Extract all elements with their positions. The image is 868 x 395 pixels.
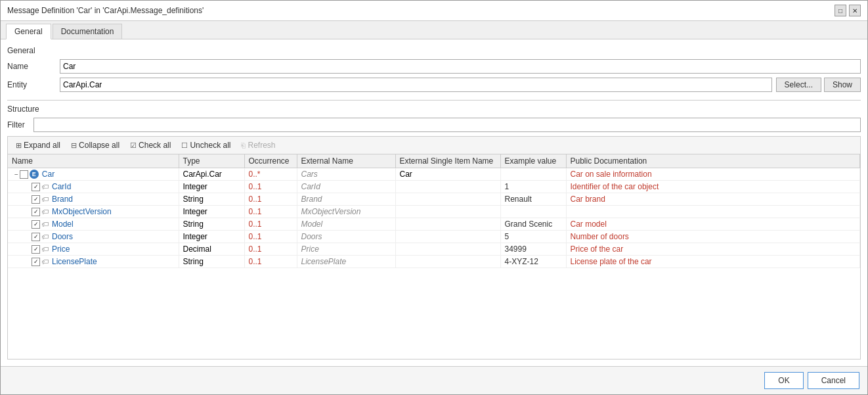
refresh-button[interactable]: ⎗ Refresh	[237, 139, 279, 151]
col-name: Name	[8, 154, 179, 168]
close-button[interactable]: ✕	[849, 5, 861, 16]
row-checkbox[interactable]	[32, 195, 40, 204]
type-cell: Integer	[179, 181, 244, 193]
collapse-all-icon: ⊟	[71, 141, 77, 150]
external-name-cell: Brand	[297, 193, 395, 206]
entity-label: Entity	[7, 80, 60, 89]
select-button[interactable]: Select...	[776, 78, 821, 92]
minimize-button[interactable]: □	[835, 5, 846, 16]
occurrence-cell: 0..1	[244, 243, 297, 256]
title-bar: Message Definition 'Car' in 'CarApi.Mess…	[1, 1, 867, 21]
type-cell: Integer	[179, 231, 244, 243]
table-row[interactable]: 🏷MxObjectVersionInteger0..1MxObjectVersi…	[8, 206, 860, 218]
expand-icon[interactable]: −	[14, 171, 18, 178]
name-cell: 🏷Model	[8, 218, 179, 231]
expand-all-icon: ⊞	[16, 141, 22, 150]
ok-button[interactable]: OK	[764, 372, 803, 389]
tab-documentation[interactable]: Documentation	[53, 24, 123, 39]
external-single-cell	[395, 218, 500, 231]
structure-label: Structure	[7, 105, 861, 114]
occurrence-cell: 0..1	[244, 206, 297, 218]
table-row[interactable]: −ECarCarApi.Car0..*CarsCarCar on sale in…	[8, 168, 860, 181]
row-checkbox[interactable]	[32, 258, 40, 266]
entity-badge: E	[30, 170, 39, 179]
col-doc: Public Documentation	[566, 154, 860, 168]
row-checkbox[interactable]	[32, 183, 40, 191]
row-checkbox[interactable]	[32, 245, 40, 254]
entity-input[interactable]	[60, 78, 772, 92]
external-name-cell: Price	[297, 243, 395, 256]
external-single-cell: Car	[395, 168, 500, 181]
name-cell: 🏷Doors	[8, 231, 179, 243]
external-single-cell	[395, 243, 500, 256]
example-cell	[500, 168, 566, 181]
title-buttons: □ ✕	[835, 5, 861, 16]
doc-cell: Car on sale information	[566, 168, 860, 181]
external-single-cell	[395, 206, 500, 218]
col-type: Type	[179, 154, 244, 168]
check-all-button[interactable]: ☑ Check all	[126, 139, 175, 151]
tag-icon: 🏷	[41, 220, 49, 228]
show-button[interactable]: Show	[824, 78, 861, 92]
type-cell: Integer	[179, 206, 244, 218]
table-row[interactable]: 🏷ModelString0..1ModelGrand ScenicCar mod…	[8, 218, 860, 231]
filter-input[interactable]	[33, 118, 861, 132]
occurrence-cell: 0..1	[244, 193, 297, 206]
row-checkbox[interactable]	[32, 233, 40, 241]
row-checkbox[interactable]	[20, 170, 28, 179]
row-name: Model	[52, 220, 74, 229]
col-external-single: External Single Item Name	[395, 154, 500, 168]
row-checkbox[interactable]	[32, 208, 40, 216]
occurrence-cell: 0..1	[244, 181, 297, 193]
entity-row: Entity Select... Show	[7, 78, 861, 92]
entity-buttons: Select... Show	[776, 78, 861, 92]
external-name-cell: Cars	[297, 168, 395, 181]
occurrence-cell: 0..*	[244, 168, 297, 181]
uncheck-all-button[interactable]: ☐ Uncheck all	[177, 139, 234, 151]
example-cell: Grand Scenic	[500, 218, 566, 231]
name-input[interactable]	[60, 59, 861, 74]
example-cell: 1	[500, 181, 566, 193]
tag-icon: 🏷	[41, 208, 49, 216]
divider-1	[7, 100, 861, 101]
table-row[interactable]: 🏷CarIdInteger0..1CarId1Identifier of the…	[8, 181, 860, 193]
tag-icon: 🏷	[41, 245, 49, 253]
tab-general[interactable]: General	[6, 24, 51, 39]
uncheck-all-icon: ☐	[181, 141, 188, 150]
tag-icon: 🏷	[41, 233, 49, 241]
external-single-cell	[395, 181, 500, 193]
row-name: CarId	[52, 182, 71, 191]
structure-toolbar: ⊞ Expand all ⊟ Collapse all ☑ Check all …	[7, 136, 861, 154]
occurrence-cell: 0..1	[244, 218, 297, 231]
external-name-cell: MxObjectVersion	[297, 206, 395, 218]
example-cell	[500, 206, 566, 218]
doc-cell: Car brand	[566, 193, 860, 206]
doc-cell: Price of the car	[566, 243, 860, 256]
collapse-all-button[interactable]: ⊟ Collapse all	[67, 139, 123, 151]
external-name-cell: CarId	[297, 181, 395, 193]
refresh-icon: ⎗	[241, 141, 246, 149]
table-row[interactable]: 🏷DoorsInteger0..1Doors5Number of doors	[8, 231, 860, 243]
tree-table: Name Type Occurrence External Name Exter…	[7, 154, 861, 360]
external-single-cell	[395, 256, 500, 268]
row-name: Car	[42, 170, 54, 179]
filter-row: Filter	[7, 118, 861, 132]
name-cell: 🏷MxObjectVersion	[8, 206, 179, 218]
row-name: Price	[52, 244, 70, 254]
row-name: LicensePlate	[52, 257, 97, 266]
example-cell: 34999	[500, 243, 566, 256]
table-row[interactable]: 🏷PriceDecimal0..1Price34999Price of the …	[8, 243, 860, 256]
table-row[interactable]: 🏷LicensePlateString0..1LicensePlate4-XYZ…	[8, 256, 860, 268]
occurrence-cell: 0..1	[244, 256, 297, 268]
cancel-button[interactable]: Cancel	[808, 372, 859, 389]
row-name: Doors	[52, 232, 73, 241]
example-cell: 5	[500, 231, 566, 243]
expand-all-button[interactable]: ⊞ Expand all	[12, 139, 64, 151]
col-occurrence: Occurrence	[244, 154, 297, 168]
row-checkbox[interactable]	[32, 220, 40, 229]
example-cell: 4-XYZ-12	[500, 256, 566, 268]
table-row[interactable]: 🏷BrandString0..1BrandRenaultCar brand	[8, 193, 860, 206]
external-single-cell	[395, 231, 500, 243]
type-cell: String	[179, 256, 244, 268]
tag-icon: 🏷	[41, 183, 49, 191]
